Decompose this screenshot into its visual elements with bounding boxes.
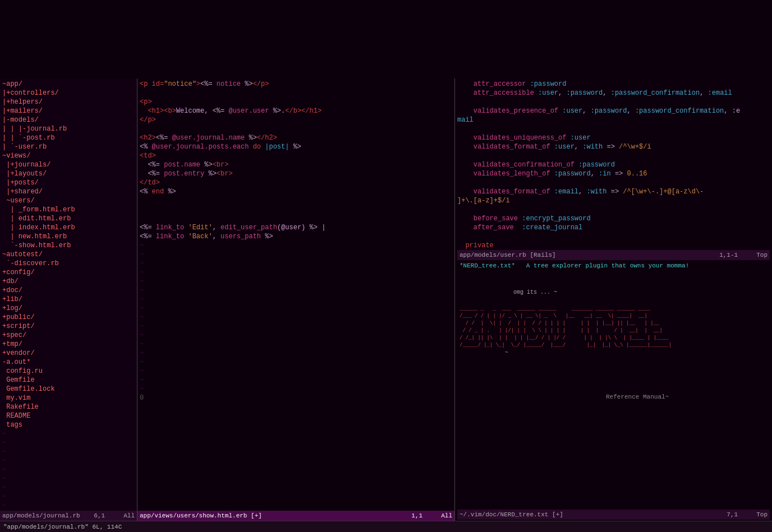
tree-line: |+controllers/: [2, 89, 135, 98]
tree-line: | | |-journal.rb: [2, 124, 135, 133]
tree-line: Gemfile: [2, 376, 135, 385]
code-line: [140, 214, 452, 223]
code-line: validates_length_of :password, :in => 0.…: [457, 169, 770, 178]
tilde-line: ~: [140, 304, 452, 313]
tilde-line: ~: [2, 501, 135, 510]
code-line: <h2><%= @user.journal.name %></h2>: [140, 133, 452, 142]
tree-line: | _form.html.erb: [2, 205, 135, 214]
code-line: [457, 124, 770, 133]
tilde-line: ~: [140, 367, 452, 376]
code-line: <%= post.name %><br>: [140, 160, 452, 169]
code-line: validates_format_of :email, :with => /^[…: [457, 187, 770, 196]
tilde-line: [459, 297, 768, 306]
code-line: <h1><b>Welcome, <%= @user.user %>.</b></…: [140, 107, 452, 115]
nerd-art-line: omg its ... ~: [459, 288, 768, 297]
code-line: after_save :create_journal: [457, 223, 770, 232]
tilde-line: [459, 366, 768, 374]
code-line: ]+\.[a-z]+$/i: [457, 196, 770, 205]
tree-line: +public/: [2, 313, 135, 322]
middle-pane-status: app/views/users/show.html.erb [+] 1,1 Al…: [137, 511, 454, 521]
tilde-line: [459, 357, 768, 366]
tree-line: +tmp/: [2, 340, 135, 349]
tilde-line: ~: [140, 250, 452, 259]
tree-line: ~autotest/: [2, 250, 135, 259]
nerd-art-line: / / | \| | / | | / / | | | | | | | |__) …: [459, 320, 768, 327]
nerd-art-line: /___ / / | | |/ _ \ | __ \| _ \ |__ __| …: [459, 313, 768, 320]
code-line: validates_uniqueness_of :user: [457, 133, 770, 142]
ref-manual-line: Reference Manual~: [459, 392, 768, 401]
tree-line: | edit.html.erb: [2, 214, 135, 223]
tilde-line: ~: [140, 286, 452, 295]
middle-pane-content[interactable]: <p id="notice"><%= notice %></p> <p> <h1…: [137, 78, 454, 511]
editor-area: ~app/ |+controllers/ |+helpers/ |+mailer…: [0, 78, 772, 521]
nerd-art-line: /_____/ |_| \_| \_/ |_____/ |___/ |_| |_…: [459, 342, 768, 349]
tree-line: Rakefile: [2, 403, 135, 411]
code-line: <% end %>: [140, 187, 452, 196]
tilde-line: [459, 383, 768, 392]
right-lower-status: ~/.vim/doc/NERD_tree.txt [+] 7,1 Top: [457, 510, 770, 520]
code-line: [140, 196, 452, 205]
user-rb-section: attr_accessor :password attr_accessible …: [457, 80, 770, 250]
nerd-tree-doc: *NERD_tree.txt* A tree explorer plugin t…: [457, 260, 770, 510]
right-lower-filename: ~/.vim/doc/NERD_tree.txt [+]: [459, 511, 563, 518]
right-upper-status: app/models/user.rb [Rails] 1,1-1 Top: [457, 250, 770, 260]
tree-line: +doc/: [2, 286, 135, 295]
line-number: 0: [140, 394, 452, 403]
tilde-line: ~: [140, 340, 452, 349]
code-line: <p>: [140, 98, 452, 107]
code-line: [140, 124, 452, 133]
tree-line: +db/: [2, 277, 135, 286]
tree-line: +script/: [2, 322, 135, 331]
bottom-command-bar: "app/models/journal.rb" 6L, 114C: [0, 521, 772, 532]
tilde-line: ~: [140, 322, 452, 331]
tree-line: |+posts/: [2, 178, 135, 187]
code-line: [140, 89, 452, 98]
tree-line: +log/: [2, 304, 135, 313]
left-pane-status: app/models/journal.rb 6,1 All: [0, 511, 137, 521]
tilde-line: ~: [2, 456, 135, 465]
code-line: before_save :encrypt_password: [457, 214, 770, 223]
top-area: [0, 0, 772, 78]
code-line: <p id="notice"><%= notice %></p>: [140, 80, 452, 89]
right-lower-position: 7,1 Top: [727, 511, 768, 518]
tilde-line: ~: [2, 492, 135, 501]
tree-line: README: [2, 411, 135, 420]
tilde-line: ~: [2, 465, 135, 474]
vim-editor: ~app/ |+controllers/ |+helpers/ |+mailer…: [0, 0, 772, 532]
code-line: [140, 205, 452, 214]
tree-line: `-show.html.erb: [2, 241, 135, 250]
nerd-art-line: / /_| || |\ | | | | |__/ / | |/ / | | | …: [459, 335, 768, 342]
code-line: [457, 151, 770, 160]
tree-line: -a.out*: [2, 358, 135, 367]
tree-line: +lib/: [2, 295, 135, 304]
code-line: attr_accessible :user, :password, :passw…: [457, 89, 770, 98]
code-line: validates_confirmation_of :password: [457, 160, 770, 169]
tilde-line: [459, 374, 768, 383]
right-pane: attr_accessor :password attr_accessible …: [455, 78, 772, 521]
code-line: <%= link_to 'Edit', edit_user_path(@user…: [140, 223, 452, 232]
tilde-line: ~: [2, 447, 135, 456]
right-pane-content[interactable]: attr_accessor :password attr_accessible …: [455, 78, 772, 521]
right-upper-filename: app/models/user.rb [Rails]: [459, 252, 556, 258]
code-line: </p>: [140, 115, 452, 124]
left-pane-position: 6,1 All: [94, 512, 135, 519]
tilde-line: ~: [140, 295, 452, 304]
tree-line: +spec/: [2, 331, 135, 340]
tilde-line: ~: [2, 438, 135, 447]
tree-line: | index.html.erb: [2, 223, 135, 232]
nerd-art-line: ______ _ _ ___ ______ ______ _______ ___…: [459, 306, 768, 313]
tree-line: ~app/: [2, 80, 135, 89]
nerd-art-line: / / _ | . | |/| | | \ \ | | | | | | | / …: [459, 327, 768, 335]
bottom-bar-text: "app/models/journal.rb" 6L, 114C: [3, 524, 122, 530]
file-tree-content: ~app/ |+controllers/ |+helpers/ |+mailer…: [0, 78, 137, 511]
code-line: </td>: [140, 178, 452, 187]
tilde-line: ~: [2, 474, 135, 483]
tree-line: +config/: [2, 268, 135, 277]
tree-line: |+helpers/: [2, 98, 135, 107]
right-upper-position: 1,1-1 Top: [719, 252, 768, 258]
tilde-line: [459, 270, 768, 279]
code-line: [457, 178, 770, 187]
left-pane-filename: app/models/journal.rb: [2, 512, 80, 519]
tree-line: | `-user.rb: [2, 142, 135, 151]
code-line: [457, 232, 770, 241]
